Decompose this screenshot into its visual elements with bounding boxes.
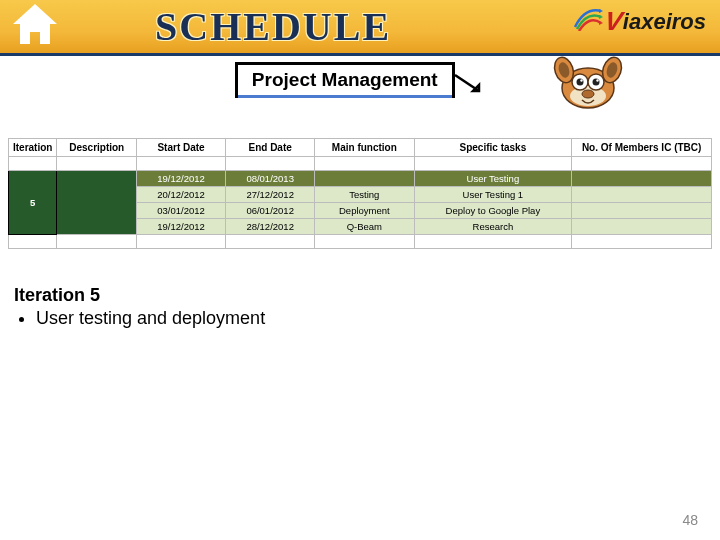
schedule-table: Iteration Description Start Date End Dat… (8, 138, 712, 249)
schedule-table-wrap: Iteration Description Start Date End Dat… (0, 138, 720, 249)
cell-end: 08/01/2013 (226, 171, 315, 187)
cell-task: Deploy to Google Play (414, 203, 572, 219)
col-iteration: Iteration (9, 139, 57, 157)
cell-mem (572, 187, 712, 203)
brand-v-letter: V (603, 6, 625, 37)
cell-task: User Testing (414, 171, 572, 187)
cell-start: 19/12/2012 (137, 171, 226, 187)
svg-point-15 (593, 79, 600, 86)
home-icon[interactable] (10, 2, 60, 48)
brand-logo: Viaxeiros (573, 6, 706, 37)
cell-start: 03/01/2012 (137, 203, 226, 219)
col-start-date: Start Date (137, 139, 226, 157)
description-cell (57, 171, 137, 235)
col-spec-tasks: Specific tasks (414, 139, 572, 157)
svg-point-16 (580, 79, 582, 81)
iteration-cell: 5 (9, 171, 57, 235)
col-end-date: End Date (226, 139, 315, 157)
swoosh-icon (573, 5, 603, 31)
col-main-func: Main function (315, 139, 414, 157)
cell-task: User Testing 1 (414, 187, 572, 203)
table-row: 5 19/12/2012 08/01/2013 User Testing (9, 171, 712, 187)
arrow-icon (455, 67, 485, 97)
mascot-icon (550, 48, 625, 113)
cell-main: Q-Beam (315, 219, 414, 235)
cell-end: 28/12/2012 (226, 219, 315, 235)
cell-task: Research (414, 219, 572, 235)
col-description: Description (57, 139, 137, 157)
subtitle-box: Project Management (235, 62, 455, 98)
svg-marker-2 (599, 15, 603, 19)
cell-main: Deployment (315, 203, 414, 219)
cell-start: 20/12/2012 (137, 187, 226, 203)
brand-text: iaxeiros (623, 9, 706, 35)
table-row (9, 157, 712, 171)
svg-point-17 (596, 79, 598, 81)
list-item: User testing and deployment (36, 308, 720, 329)
cell-start: 19/12/2012 (137, 219, 226, 235)
cell-mem (572, 171, 712, 187)
cell-mem (572, 219, 712, 235)
cell-end: 27/12/2012 (226, 187, 315, 203)
svg-point-18 (582, 90, 594, 98)
notes-section: Iteration 5 User testing and deployment (14, 285, 720, 329)
table-header-row: Iteration Description Start Date End Dat… (9, 139, 712, 157)
page-title: SCHEDULE (155, 3, 391, 50)
cell-main: Testing (315, 187, 414, 203)
svg-point-14 (577, 79, 584, 86)
col-members: No. Of Members IC (TBC) (572, 139, 712, 157)
cell-main (315, 171, 414, 187)
svg-marker-0 (13, 4, 57, 44)
notes-list: User testing and deployment (36, 308, 720, 329)
page-number: 48 (682, 512, 698, 528)
svg-marker-1 (599, 9, 603, 13)
cell-mem (572, 203, 712, 219)
cell-end: 06/01/2012 (226, 203, 315, 219)
table-row (9, 235, 712, 249)
notes-title: Iteration 5 (14, 285, 720, 306)
